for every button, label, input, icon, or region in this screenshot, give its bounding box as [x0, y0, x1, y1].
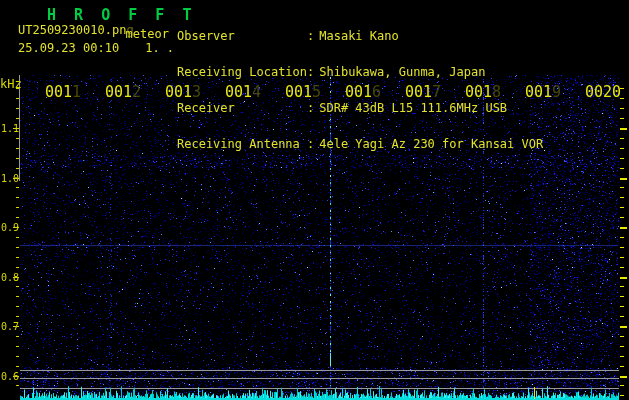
info-row-antenna: Receiving Antenna:4ele Yagi Az 230 for K… — [177, 138, 543, 150]
y-axis-unit-label: kHz — [0, 77, 22, 91]
y-tick-label: 1.0 — [1, 173, 19, 184]
colon: : — [307, 66, 314, 78]
x-tick-label: 0016 — [345, 83, 381, 101]
datetime-text: 25.09.23 00:10 — [18, 41, 119, 55]
y-tick-label: 0.8 — [1, 272, 19, 283]
x-tick-label: 0011 — [45, 83, 81, 101]
info-label: Receiving Antenna — [177, 138, 307, 150]
datetime-suffix: 1. . — [145, 41, 174, 55]
info-value: 4ele Yagi Az 230 for Kansai VOR — [319, 138, 543, 150]
info-label: Receiving Location — [177, 66, 307, 78]
x-tick-label: 0013 — [165, 83, 201, 101]
x-tick-label: 0017 — [405, 83, 441, 101]
filename-text: UT2509230010.pn — [18, 23, 126, 37]
x-tick-label: 0019 — [525, 83, 561, 101]
info-row-location: Receiving Location:Shibukawa, Gunma, Jap… — [177, 66, 543, 78]
x-tick-label: 0018 — [465, 83, 501, 101]
y-tick-label: 0.7 — [1, 321, 19, 332]
x-tick-label: 0014 — [225, 83, 261, 101]
x-tick-label: 0020 — [585, 83, 621, 101]
info-label: Observer — [177, 30, 307, 42]
info-row-receiver: Receiver:SDR# 43dB L15 111.6MHz USB — [177, 102, 543, 114]
colon: : — [307, 30, 314, 42]
x-tick-label: 0012 — [105, 83, 141, 101]
info-row-observer: Observer:Masaki Kano — [177, 30, 543, 42]
colon: : — [307, 138, 314, 150]
hrofft-screenshot: H R O F F T UT2509230010.pngmeteor 25.09… — [0, 0, 629, 400]
app-title: H R O F F T — [47, 6, 192, 24]
datetime-line: 25.09.23 00:101. . — [18, 41, 174, 55]
filename-line: UT2509230010.pngmeteor — [18, 23, 169, 37]
y-tick-label: 1.1 — [1, 123, 19, 134]
info-value: Shibukawa, Gunma, Japan — [319, 66, 485, 78]
y-tick-label: 0.6 — [1, 371, 19, 382]
observation-label: meteor — [126, 27, 169, 41]
info-label: Receiver — [177, 102, 307, 114]
info-value: Masaki Kano — [319, 30, 398, 42]
y-tick-label: 0.9 — [1, 222, 19, 233]
colon: : — [307, 102, 314, 114]
info-value: SDR# 43dB L15 111.6MHz USB — [319, 102, 507, 114]
x-tick-label: 0015 — [285, 83, 321, 101]
